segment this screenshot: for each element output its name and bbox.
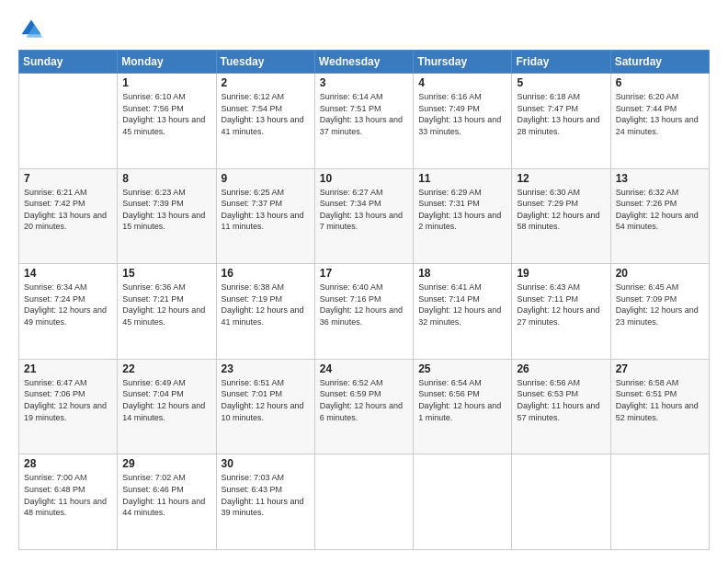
day-number: 23 bbox=[222, 362, 310, 375]
header bbox=[18, 17, 710, 42]
day-number: 12 bbox=[517, 172, 605, 185]
day-info: Sunrise: 6:36 AMSunset: 7:21 PMDaylight:… bbox=[122, 282, 210, 327]
week-row-4: 21Sunrise: 6:47 AMSunset: 7:06 PMDayligh… bbox=[19, 359, 710, 454]
calendar-cell: 11Sunrise: 6:29 AMSunset: 7:31 PMDayligh… bbox=[414, 168, 512, 264]
calendar-cell: 17Sunrise: 6:40 AMSunset: 7:16 PMDayligh… bbox=[314, 264, 413, 360]
calendar-cell: 9Sunrise: 6:25 AMSunset: 7:37 PMDaylight… bbox=[216, 168, 314, 264]
calendar-cell: 22Sunrise: 6:49 AMSunset: 7:04 PMDayligh… bbox=[118, 359, 216, 454]
day-info: Sunrise: 6:43 AMSunset: 7:11 PMDaylight:… bbox=[517, 282, 605, 327]
day-info: Sunrise: 6:10 AMSunset: 7:56 PMDaylight:… bbox=[122, 91, 210, 137]
day-number: 5 bbox=[517, 76, 605, 89]
calendar-cell: 2Sunrise: 6:12 AMSunset: 7:54 PMDaylight… bbox=[216, 74, 314, 169]
day-number: 10 bbox=[320, 172, 408, 185]
day-number: 26 bbox=[517, 362, 605, 375]
day-number: 16 bbox=[222, 267, 310, 280]
calendar-cell: 6Sunrise: 6:20 AMSunset: 7:44 PMDaylight… bbox=[610, 74, 709, 169]
week-row-5: 28Sunrise: 7:00 AMSunset: 6:48 PMDayligh… bbox=[19, 454, 710, 550]
calendar-cell: 28Sunrise: 7:00 AMSunset: 6:48 PMDayligh… bbox=[19, 454, 118, 550]
day-number: 4 bbox=[418, 76, 506, 89]
day-number: 17 bbox=[320, 267, 408, 280]
calendar-cell: 15Sunrise: 6:36 AMSunset: 7:21 PMDayligh… bbox=[118, 264, 216, 360]
day-info: Sunrise: 6:51 AMSunset: 7:01 PMDaylight:… bbox=[222, 377, 310, 423]
day-number: 9 bbox=[222, 172, 310, 185]
day-info: Sunrise: 6:54 AMSunset: 6:56 PMDaylight:… bbox=[418, 377, 506, 423]
calendar-cell: 25Sunrise: 6:54 AMSunset: 6:56 PMDayligh… bbox=[414, 359, 512, 454]
day-info: Sunrise: 7:00 AMSunset: 6:48 PMDaylight:… bbox=[24, 472, 112, 518]
calendar-cell bbox=[610, 454, 709, 550]
weekday-header-row: SundayMondayTuesdayWednesdayThursdayFrid… bbox=[19, 51, 710, 74]
day-number: 11 bbox=[418, 172, 506, 185]
day-info: Sunrise: 6:58 AMSunset: 6:51 PMDaylight:… bbox=[616, 377, 704, 423]
weekday-header-wednesday: Wednesday bbox=[314, 51, 413, 74]
day-info: Sunrise: 6:25 AMSunset: 7:37 PMDaylight:… bbox=[222, 187, 310, 233]
calendar-cell: 13Sunrise: 6:32 AMSunset: 7:26 PMDayligh… bbox=[610, 168, 709, 264]
day-number: 3 bbox=[320, 76, 408, 89]
weekday-header-thursday: Thursday bbox=[414, 51, 512, 74]
day-info: Sunrise: 6:32 AMSunset: 7:26 PMDaylight:… bbox=[616, 187, 704, 233]
calendar-cell: 10Sunrise: 6:27 AMSunset: 7:34 PMDayligh… bbox=[314, 168, 413, 264]
day-number: 27 bbox=[616, 362, 704, 375]
day-info: Sunrise: 6:12 AMSunset: 7:54 PMDaylight:… bbox=[222, 91, 310, 137]
calendar-cell: 16Sunrise: 6:38 AMSunset: 7:19 PMDayligh… bbox=[216, 264, 314, 360]
calendar-cell bbox=[19, 74, 118, 169]
calendar-cell: 24Sunrise: 6:52 AMSunset: 6:59 PMDayligh… bbox=[314, 359, 413, 454]
day-info: Sunrise: 6:34 AMSunset: 7:24 PMDaylight:… bbox=[24, 282, 112, 327]
calendar: SundayMondayTuesdayWednesdayThursdayFrid… bbox=[18, 50, 710, 550]
weekday-header-friday: Friday bbox=[512, 51, 610, 74]
calendar-cell: 12Sunrise: 6:30 AMSunset: 7:29 PMDayligh… bbox=[512, 168, 610, 264]
day-info: Sunrise: 6:40 AMSunset: 7:16 PMDaylight:… bbox=[320, 282, 408, 327]
calendar-cell bbox=[314, 454, 413, 550]
calendar-cell: 27Sunrise: 6:58 AMSunset: 6:51 PMDayligh… bbox=[610, 359, 709, 454]
day-number: 19 bbox=[517, 267, 605, 280]
day-info: Sunrise: 6:18 AMSunset: 7:47 PMDaylight:… bbox=[517, 91, 605, 137]
calendar-cell: 23Sunrise: 6:51 AMSunset: 7:01 PMDayligh… bbox=[216, 359, 314, 454]
day-info: Sunrise: 7:03 AMSunset: 6:43 PMDaylight:… bbox=[222, 472, 310, 518]
day-info: Sunrise: 6:52 AMSunset: 6:59 PMDaylight:… bbox=[320, 377, 408, 423]
calendar-cell: 3Sunrise: 6:14 AMSunset: 7:51 PMDaylight… bbox=[314, 74, 413, 169]
day-number: 25 bbox=[418, 362, 506, 375]
calendar-cell: 5Sunrise: 6:18 AMSunset: 7:47 PMDaylight… bbox=[512, 74, 610, 169]
calendar-cell: 1Sunrise: 6:10 AMSunset: 7:56 PMDaylight… bbox=[118, 74, 216, 169]
day-info: Sunrise: 6:45 AMSunset: 7:09 PMDaylight:… bbox=[616, 282, 704, 327]
day-number: 20 bbox=[616, 267, 704, 280]
day-number: 14 bbox=[24, 267, 112, 280]
calendar-cell: 18Sunrise: 6:41 AMSunset: 7:14 PMDayligh… bbox=[414, 264, 512, 360]
day-number: 18 bbox=[418, 267, 506, 280]
day-info: Sunrise: 6:29 AMSunset: 7:31 PMDaylight:… bbox=[418, 187, 506, 233]
calendar-cell: 7Sunrise: 6:21 AMSunset: 7:42 PMDaylight… bbox=[19, 168, 118, 264]
day-number: 24 bbox=[320, 362, 408, 375]
calendar-cell: 20Sunrise: 6:45 AMSunset: 7:09 PMDayligh… bbox=[610, 264, 709, 360]
day-number: 6 bbox=[616, 76, 704, 89]
day-info: Sunrise: 7:02 AMSunset: 6:46 PMDaylight:… bbox=[122, 472, 210, 518]
calendar-cell: 30Sunrise: 7:03 AMSunset: 6:43 PMDayligh… bbox=[216, 454, 314, 550]
week-row-1: 1Sunrise: 6:10 AMSunset: 7:56 PMDaylight… bbox=[19, 74, 710, 169]
day-number: 22 bbox=[122, 362, 210, 375]
calendar-cell: 8Sunrise: 6:23 AMSunset: 7:39 PMDaylight… bbox=[118, 168, 216, 264]
day-number: 28 bbox=[24, 457, 112, 470]
day-info: Sunrise: 6:14 AMSunset: 7:51 PMDaylight:… bbox=[320, 91, 408, 137]
day-number: 13 bbox=[616, 172, 704, 185]
day-number: 1 bbox=[122, 76, 210, 89]
day-info: Sunrise: 6:21 AMSunset: 7:42 PMDaylight:… bbox=[24, 187, 112, 233]
day-info: Sunrise: 6:47 AMSunset: 7:06 PMDaylight:… bbox=[24, 377, 112, 423]
day-info: Sunrise: 6:56 AMSunset: 6:53 PMDaylight:… bbox=[517, 377, 605, 423]
day-info: Sunrise: 6:16 AMSunset: 7:49 PMDaylight:… bbox=[418, 91, 506, 137]
day-number: 2 bbox=[222, 76, 310, 89]
weekday-header-sunday: Sunday bbox=[19, 51, 118, 74]
day-info: Sunrise: 6:30 AMSunset: 7:29 PMDaylight:… bbox=[517, 187, 605, 233]
day-info: Sunrise: 6:27 AMSunset: 7:34 PMDaylight:… bbox=[320, 187, 408, 233]
day-info: Sunrise: 6:38 AMSunset: 7:19 PMDaylight:… bbox=[222, 282, 310, 327]
calendar-cell bbox=[512, 454, 610, 550]
weekday-header-tuesday: Tuesday bbox=[216, 51, 314, 74]
day-number: 29 bbox=[122, 457, 210, 470]
day-info: Sunrise: 6:23 AMSunset: 7:39 PMDaylight:… bbox=[122, 187, 210, 233]
calendar-cell: 29Sunrise: 7:02 AMSunset: 6:46 PMDayligh… bbox=[118, 454, 216, 550]
calendar-cell: 26Sunrise: 6:56 AMSunset: 6:53 PMDayligh… bbox=[512, 359, 610, 454]
weekday-header-monday: Monday bbox=[118, 51, 216, 74]
day-number: 8 bbox=[122, 172, 210, 185]
day-number: 15 bbox=[122, 267, 210, 280]
logo-icon bbox=[18, 17, 44, 42]
day-info: Sunrise: 6:49 AMSunset: 7:04 PMDaylight:… bbox=[122, 377, 210, 423]
page: SundayMondayTuesdayWednesdayThursdayFrid… bbox=[0, 0, 728, 563]
week-row-3: 14Sunrise: 6:34 AMSunset: 7:24 PMDayligh… bbox=[19, 264, 710, 360]
